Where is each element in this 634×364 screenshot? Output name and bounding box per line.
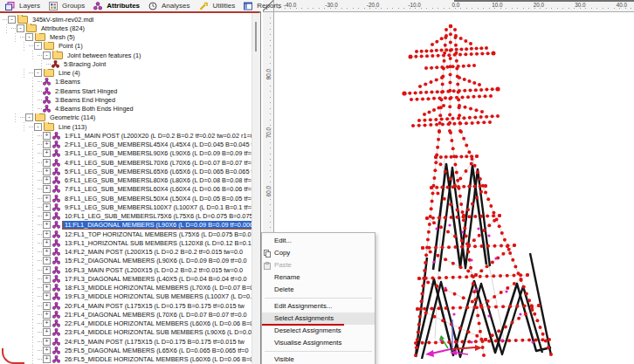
tree-row[interactable]: +7:FL1_LEG_SUB_MEMBERSL60X4 (L60X4 (L D=…: [0, 185, 252, 194]
menu-item-deselect-assignments[interactable]: Deselect Assignments: [262, 325, 375, 337]
menu-item-select-assignments[interactable]: Select Assignments: [262, 312, 375, 325]
expand-icon[interactable]: +: [43, 159, 51, 167]
tree-row[interactable]: -Geometric (114): [0, 113, 252, 122]
reports-button[interactable]: Reports: [240, 1, 285, 11]
collapse-icon[interactable]: -: [25, 113, 33, 121]
folder-icon: [35, 113, 45, 121]
menu-item-visualise-assignments[interactable]: Visualise Assignments: [262, 337, 375, 349]
tree-row[interactable]: 4:Beams Both Ends Hinged: [0, 105, 252, 113]
tree-scrollbar-thumb[interactable]: [255, 22, 257, 52]
menu-item-delete[interactable]: Delete: [262, 284, 375, 296]
collapse-icon[interactable]: -: [25, 33, 33, 41]
tree-row[interactable]: +13:FL1_HORIZONTAL SUB MEMBERS (L120X8 (…: [0, 238, 252, 247]
tree-scrollbar[interactable]: [252, 13, 260, 364]
expand-icon[interactable]: +: [43, 319, 51, 327]
expand-icon[interactable]: +: [43, 176, 51, 184]
collapse-icon[interactable]: -: [17, 24, 24, 32]
tree-row[interactable]: 2:Beams Start Hinged: [0, 86, 252, 95]
expand-icon[interactable]: +: [43, 347, 51, 354]
tree-indent: [0, 59, 46, 68]
expand-icon[interactable]: +: [43, 275, 51, 283]
expand-icon[interactable]: +: [43, 149, 51, 157]
collapse-icon[interactable]: -: [34, 42, 42, 50]
tree-row[interactable]: -Line (4): [0, 69, 252, 78]
attribute-tree[interactable]: -345kV-slim-rev02.mdl-Attributes (824)-M…: [0, 13, 252, 364]
expand-icon[interactable]: +: [43, 328, 51, 336]
tree-row-selected[interactable]: +11:FL1_DIAGONAL MEMBERS (L90X6 (L D=0.0…: [0, 221, 252, 230]
tree-row[interactable]: -Mesh (5): [0, 33, 252, 42]
tree-row[interactable]: +8:FL1_LEG_SUB_MEMBERSL50X4 (L50X4 (L D=…: [0, 194, 252, 203]
expand-icon[interactable]: +: [43, 195, 51, 203]
tree-row[interactable]: +12:FL1_TOP HORIZONTAL MEMBERS (L75X6 (L…: [0, 230, 252, 238]
menu-item-rename[interactable]: Rename: [262, 271, 375, 284]
tree-row[interactable]: +20:FL4_MAIN POST (L175X15 (L D=0.175 B=…: [0, 301, 252, 310]
tree-row[interactable]: -Attributes (824): [0, 24, 252, 32]
tree-row[interactable]: +2:FL1_LEG_SUB_MEMBERSL45X4 (L45X4 (L D=…: [0, 141, 252, 149]
expand-icon[interactable]: +: [43, 230, 51, 238]
menu-item-edit[interactable]: Edit...: [262, 235, 375, 247]
expand-icon[interactable]: +: [43, 338, 51, 346]
tree-row[interactable]: +25:FL5_DIAGONAL MEMBERS (L65X6 (L D=0.0…: [0, 346, 252, 354]
tree-row[interactable]: +23:FL4_MIDDLE HORIZONTAL SUB MEMBERS (L…: [0, 328, 252, 337]
collapse-icon[interactable]: -: [8, 16, 16, 24]
expand-icon[interactable]: +: [43, 203, 51, 211]
expand-icon[interactable]: +: [43, 355, 51, 363]
collapse-icon[interactable]: -: [34, 69, 42, 77]
tree-row[interactable]: +22:FL4_MIDDLE HORIZONTAL MEMBERS (L60X6…: [0, 319, 252, 328]
tree-indent: [0, 167, 38, 175]
expand-icon[interactable]: +: [43, 248, 51, 256]
menu-item-edit-assignments[interactable]: Edit Assignments...: [262, 300, 375, 312]
expand-icon[interactable]: +: [43, 292, 51, 300]
tree-row[interactable]: +9:FL1_LEG_SUB_MEMBERSL100X7 (L100X7 (L …: [0, 203, 252, 211]
tree-row[interactable]: +18:FL3_MIDDLE HORIZONTAL MEMBERS (L70X6…: [0, 284, 252, 292]
tree-row[interactable]: +24:FL5_MAIN POST (L175X15 (L D=0.175 B=…: [0, 337, 252, 346]
tree-row[interactable]: -Line (113): [0, 122, 252, 131]
tree-row[interactable]: +5:FL1_LEG_SUB_MEMBERSL65X6 (L65X6 (L D=…: [0, 167, 252, 175]
tree-row[interactable]: +6:FL1_LEG_SUB_MEMBERSL80X6 (L80X6 (L D=…: [0, 176, 252, 185]
utilities-button[interactable]: Utilities: [196, 1, 239, 11]
expand-icon[interactable]: +: [43, 185, 51, 193]
tree-row[interactable]: +1:FL1_MAIN POST (L200X20 (L D=0.2 B=0.2…: [0, 131, 252, 140]
tree-row[interactable]: -Point (1): [0, 42, 252, 51]
expand-icon[interactable]: +: [43, 132, 51, 140]
tree-row[interactable]: +15:FL2_DIAGONAL MEMBERS (L90X6 (L D=0.0…: [0, 257, 252, 265]
expand-icon[interactable]: +: [43, 141, 51, 148]
expand-icon[interactable]: +: [43, 212, 51, 220]
tree-indent: [0, 274, 38, 283]
tree-row[interactable]: 3:Beams End Hinged: [0, 95, 252, 104]
tree-row[interactable]: 1:Beams: [0, 78, 252, 86]
tree-row[interactable]: +4:FL1_LEG_SUB_MEMBERSL70X6 (L70X6 (L D=…: [0, 158, 252, 167]
tree-row[interactable]: +10:FL1_LEG_SUB_MEMBERSL75X6 (L75X6 (L D…: [0, 212, 252, 221]
analyses-button[interactable]: Analyses: [145, 1, 193, 11]
expand-icon[interactable]: +: [43, 311, 51, 319]
tree-row[interactable]: 5:Bracing Joint: [0, 59, 252, 68]
tree-row[interactable]: +14:FL2_MAIN POST (L200X15 (L D=0.2 B=0.…: [0, 248, 252, 257]
expand-icon[interactable]: +: [43, 266, 51, 274]
groups-button[interactable]: Groups: [45, 1, 88, 11]
expand-icon[interactable]: +: [43, 221, 51, 229]
tree-row[interactable]: +26:FL5_MIDDLE HORIZONTAL MEMBERS (L60X6…: [0, 355, 252, 364]
expand-icon[interactable]: +: [43, 257, 51, 264]
menu-item-visible[interactable]: Visible: [262, 354, 375, 364]
expand-icon[interactable]: +: [43, 284, 51, 292]
collapse-icon[interactable]: -: [43, 52, 51, 59]
tree-row[interactable]: +21:FL4_DIAGONAL MEMBERS (L70X6 (L D=0.0…: [0, 310, 252, 319]
attribute-node-icon-magenta: [43, 78, 51, 86]
expand-icon[interactable]: +: [43, 168, 51, 175]
expand-icon[interactable]: +: [43, 239, 51, 247]
attribute-node-icon-magenta: [52, 355, 60, 363]
tree-row[interactable]: +16:FL3_MAIN POST (L200X15 (L D=0.2 B=0.…: [0, 265, 252, 274]
expand-icon[interactable]: +: [43, 302, 51, 310]
menu-item-copy[interactable]: Copy: [262, 247, 375, 259]
reports-label: Reports: [257, 2, 281, 10]
tree-row[interactable]: +3:FL1_LEG_SUB_MEMBERSL90X6 (L90X6 (L D=…: [0, 149, 252, 158]
tree-row[interactable]: -345kV-slim-rev02.mdl: [0, 15, 252, 24]
tree-row[interactable]: +19:FL3_MIDDLE HORIZONTAL SUB MEMBERS (L…: [0, 292, 252, 301]
collapse-icon[interactable]: -: [34, 123, 42, 131]
tree-row[interactable]: +17:FL3_DIAGONAL MEMBERS (L40X5 (L D=0.0…: [0, 274, 252, 283]
tree-connector: [38, 91, 42, 92]
attributes-button[interactable]: Attributes: [90, 1, 143, 11]
tree-connector: [11, 28, 16, 29]
layers-button[interactable]: Layers: [2, 1, 44, 11]
tree-row[interactable]: -Joint between features (1): [0, 51, 252, 59]
